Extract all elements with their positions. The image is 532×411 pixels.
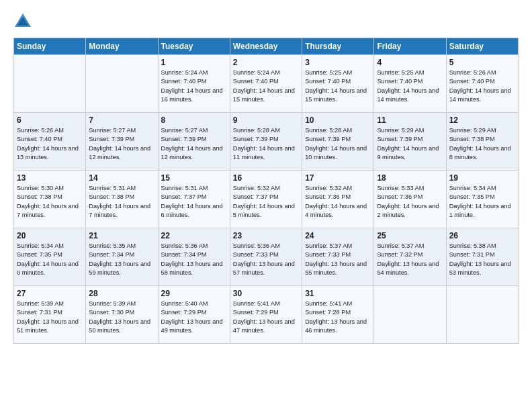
- calendar-header-tuesday: Tuesday: [158, 38, 230, 55]
- day-info: Sunrise: 5:32 AM Sunset: 7:37 PM Dayligh…: [233, 184, 299, 220]
- day-info: Sunrise: 5:34 AM Sunset: 7:35 PM Dayligh…: [449, 184, 515, 220]
- day-number: 9: [233, 116, 299, 125]
- day-info: Sunrise: 5:27 AM Sunset: 7:39 PM Dayligh…: [161, 126, 227, 162]
- day-number: 20: [17, 231, 83, 240]
- day-number: 14: [89, 173, 154, 183]
- calendar-cell: 19Sunrise: 5:34 AM Sunset: 7:35 PM Dayli…: [446, 171, 518, 228]
- day-info: Sunrise: 5:36 AM Sunset: 7:33 PM Dayligh…: [233, 242, 299, 277]
- day-number: 11: [377, 116, 443, 125]
- day-number: 10: [305, 116, 371, 125]
- day-number: 5: [449, 58, 515, 67]
- logo: [13, 12, 34, 31]
- calendar-cell: 16Sunrise: 5:32 AM Sunset: 7:37 PM Dayli…: [230, 171, 302, 228]
- day-info: Sunrise: 5:41 AM Sunset: 7:28 PM Dayligh…: [305, 300, 371, 335]
- calendar-header-saturday: Saturday: [446, 38, 518, 55]
- calendar-cell: [374, 286, 446, 344]
- calendar-header-thursday: Thursday: [302, 38, 374, 55]
- header: [13, 12, 519, 31]
- calendar-week-4: 20Sunrise: 5:34 AM Sunset: 7:35 PM Dayli…: [14, 228, 519, 286]
- day-number: 15: [161, 173, 227, 183]
- calendar-cell: 9Sunrise: 5:28 AM Sunset: 7:39 PM Daylig…: [230, 113, 302, 171]
- calendar-week-5: 27Sunrise: 5:39 AM Sunset: 7:31 PM Dayli…: [14, 286, 519, 344]
- calendar-cell: 27Sunrise: 5:39 AM Sunset: 7:31 PM Dayli…: [14, 286, 86, 344]
- day-info: Sunrise: 5:31 AM Sunset: 7:38 PM Dayligh…: [89, 184, 154, 220]
- day-number: 6: [17, 116, 83, 125]
- day-number: 26: [449, 231, 515, 240]
- day-info: Sunrise: 5:41 AM Sunset: 7:29 PM Dayligh…: [233, 300, 299, 335]
- calendar-cell: [446, 286, 518, 344]
- day-number: 24: [305, 231, 371, 240]
- day-number: 28: [89, 289, 154, 298]
- calendar-cell: 10Sunrise: 5:28 AM Sunset: 7:39 PM Dayli…: [302, 113, 374, 171]
- day-number: 3: [305, 58, 371, 67]
- calendar-cell: [14, 55, 86, 113]
- calendar-cell: 23Sunrise: 5:36 AM Sunset: 7:33 PM Dayli…: [230, 228, 302, 286]
- day-number: 13: [17, 173, 83, 183]
- calendar-week-3: 13Sunrise: 5:30 AM Sunset: 7:38 PM Dayli…: [14, 171, 519, 228]
- day-info: Sunrise: 5:26 AM Sunset: 7:40 PM Dayligh…: [17, 126, 83, 162]
- day-info: Sunrise: 5:39 AM Sunset: 7:31 PM Dayligh…: [17, 300, 83, 335]
- calendar-header-row: SundayMondayTuesdayWednesdayThursdayFrid…: [14, 38, 519, 55]
- calendar-cell: [86, 55, 158, 113]
- calendar-cell: 25Sunrise: 5:37 AM Sunset: 7:32 PM Dayli…: [374, 228, 446, 286]
- calendar-cell: 7Sunrise: 5:27 AM Sunset: 7:39 PM Daylig…: [86, 113, 158, 171]
- calendar-header-sunday: Sunday: [14, 38, 86, 55]
- calendar-cell: 28Sunrise: 5:39 AM Sunset: 7:30 PM Dayli…: [86, 286, 158, 344]
- day-number: 16: [233, 173, 299, 183]
- day-info: Sunrise: 5:29 AM Sunset: 7:38 PM Dayligh…: [449, 126, 515, 162]
- day-info: Sunrise: 5:24 AM Sunset: 7:40 PM Dayligh…: [161, 68, 227, 104]
- day-info: Sunrise: 5:35 AM Sunset: 7:34 PM Dayligh…: [89, 242, 154, 277]
- calendar-cell: 14Sunrise: 5:31 AM Sunset: 7:38 PM Dayli…: [86, 171, 158, 228]
- day-info: Sunrise: 5:37 AM Sunset: 7:32 PM Dayligh…: [377, 242, 443, 277]
- day-number: 17: [305, 173, 371, 183]
- day-number: 4: [377, 58, 443, 67]
- calendar-cell: 3Sunrise: 5:25 AM Sunset: 7:40 PM Daylig…: [302, 55, 374, 113]
- day-number: 2: [233, 58, 299, 67]
- day-info: Sunrise: 5:38 AM Sunset: 7:31 PM Dayligh…: [449, 242, 515, 277]
- calendar-header-monday: Monday: [86, 38, 158, 55]
- day-info: Sunrise: 5:36 AM Sunset: 7:34 PM Dayligh…: [161, 242, 227, 277]
- day-number: 23: [233, 231, 299, 240]
- day-info: Sunrise: 5:39 AM Sunset: 7:30 PM Dayligh…: [89, 300, 154, 335]
- day-number: 30: [233, 289, 299, 298]
- calendar-cell: 21Sunrise: 5:35 AM Sunset: 7:34 PM Dayli…: [86, 228, 158, 286]
- calendar-cell: 6Sunrise: 5:26 AM Sunset: 7:40 PM Daylig…: [14, 113, 86, 171]
- calendar-cell: 12Sunrise: 5:29 AM Sunset: 7:38 PM Dayli…: [446, 113, 518, 171]
- day-info: Sunrise: 5:25 AM Sunset: 7:40 PM Dayligh…: [305, 68, 371, 104]
- calendar-week-2: 6Sunrise: 5:26 AM Sunset: 7:40 PM Daylig…: [14, 113, 519, 171]
- day-number: 31: [305, 289, 371, 298]
- page: SundayMondayTuesdayWednesdayThursdayFrid…: [0, 0, 532, 411]
- day-info: Sunrise: 5:31 AM Sunset: 7:37 PM Dayligh…: [161, 184, 227, 220]
- day-number: 18: [377, 173, 443, 183]
- day-info: Sunrise: 5:27 AM Sunset: 7:39 PM Dayligh…: [89, 126, 154, 162]
- day-info: Sunrise: 5:33 AM Sunset: 7:36 PM Dayligh…: [377, 184, 443, 220]
- day-number: 8: [161, 116, 227, 125]
- calendar: SundayMondayTuesdayWednesdayThursdayFrid…: [13, 38, 519, 344]
- calendar-cell: 8Sunrise: 5:27 AM Sunset: 7:39 PM Daylig…: [158, 113, 230, 171]
- day-info: Sunrise: 5:26 AM Sunset: 7:40 PM Dayligh…: [449, 68, 515, 104]
- day-info: Sunrise: 5:24 AM Sunset: 7:40 PM Dayligh…: [233, 68, 299, 104]
- calendar-cell: 22Sunrise: 5:36 AM Sunset: 7:34 PM Dayli…: [158, 228, 230, 286]
- day-number: 1: [161, 58, 227, 67]
- calendar-cell: 13Sunrise: 5:30 AM Sunset: 7:38 PM Dayli…: [14, 171, 86, 228]
- day-number: 19: [449, 173, 515, 183]
- calendar-cell: 11Sunrise: 5:29 AM Sunset: 7:39 PM Dayli…: [374, 113, 446, 171]
- calendar-cell: 20Sunrise: 5:34 AM Sunset: 7:35 PM Dayli…: [14, 228, 86, 286]
- day-number: 29: [161, 289, 227, 298]
- calendar-cell: 18Sunrise: 5:33 AM Sunset: 7:36 PM Dayli…: [374, 171, 446, 228]
- calendar-cell: 2Sunrise: 5:24 AM Sunset: 7:40 PM Daylig…: [230, 55, 302, 113]
- day-number: 22: [161, 231, 227, 240]
- day-number: 7: [89, 116, 154, 125]
- day-info: Sunrise: 5:29 AM Sunset: 7:39 PM Dayligh…: [377, 126, 443, 162]
- calendar-cell: 26Sunrise: 5:38 AM Sunset: 7:31 PM Dayli…: [446, 228, 518, 286]
- day-info: Sunrise: 5:25 AM Sunset: 7:40 PM Dayligh…: [377, 68, 443, 104]
- day-info: Sunrise: 5:30 AM Sunset: 7:38 PM Dayligh…: [17, 184, 83, 220]
- calendar-cell: 31Sunrise: 5:41 AM Sunset: 7:28 PM Dayli…: [302, 286, 374, 344]
- calendar-week-1: 1Sunrise: 5:24 AM Sunset: 7:40 PM Daylig…: [14, 55, 519, 113]
- calendar-cell: 5Sunrise: 5:26 AM Sunset: 7:40 PM Daylig…: [446, 55, 518, 113]
- calendar-cell: 4Sunrise: 5:25 AM Sunset: 7:40 PM Daylig…: [374, 55, 446, 113]
- calendar-header-wednesday: Wednesday: [230, 38, 302, 55]
- day-info: Sunrise: 5:34 AM Sunset: 7:35 PM Dayligh…: [17, 242, 83, 277]
- day-info: Sunrise: 5:28 AM Sunset: 7:39 PM Dayligh…: [233, 126, 299, 162]
- calendar-cell: 30Sunrise: 5:41 AM Sunset: 7:29 PM Dayli…: [230, 286, 302, 344]
